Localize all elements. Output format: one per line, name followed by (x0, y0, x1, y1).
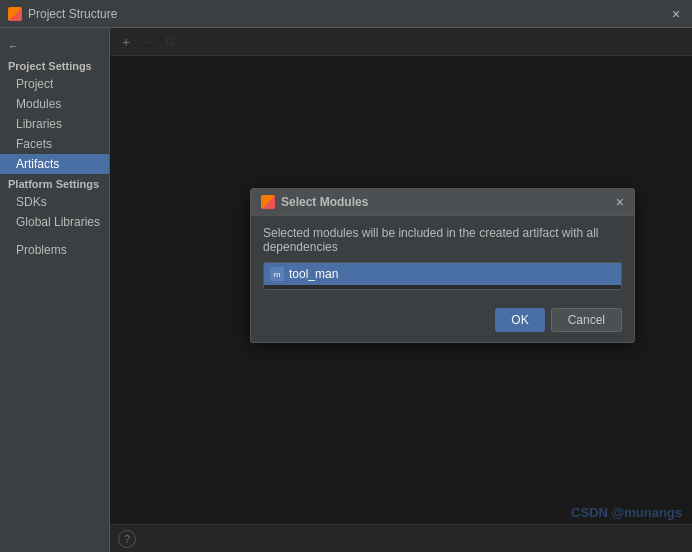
modal-title-bar: Select Modules × (251, 189, 634, 216)
back-arrow-icon: ← (8, 40, 19, 52)
cancel-button[interactable]: Cancel (551, 308, 622, 332)
app-icon (8, 7, 22, 21)
modal-overlay: Select Modules × Selected modules will b… (110, 28, 692, 552)
sidebar-item-problems[interactable]: Problems (0, 240, 109, 260)
modal-footer: OK Cancel (251, 300, 634, 342)
project-settings-label: Project Settings (0, 56, 109, 74)
modal-body: Selected modules will be included in the… (251, 216, 634, 300)
modal-app-icon (261, 195, 275, 209)
select-modules-dialog: Select Modules × Selected modules will b… (250, 188, 635, 343)
sidebar-item-libraries[interactable]: Libraries (0, 114, 109, 134)
modal-title: Select Modules (281, 195, 368, 209)
sidebar-item-global-libraries[interactable]: Global Libraries (0, 212, 109, 232)
title-bar-title: Project Structure (28, 7, 117, 21)
sidebar: ← Project Settings Project Modules Libra… (0, 28, 110, 552)
modal-title-left: Select Modules (261, 195, 368, 209)
sidebar-item-modules[interactable]: Modules (0, 94, 109, 114)
title-bar-left: Project Structure (8, 7, 117, 21)
main-layout: ← Project Settings Project Modules Libra… (0, 28, 692, 552)
module-icon: m (270, 267, 284, 281)
module-item[interactable]: m tool_man (264, 263, 621, 285)
sidebar-item-project[interactable]: Project (0, 74, 109, 94)
sidebar-item-artifacts[interactable]: Artifacts (0, 154, 109, 174)
platform-settings-label: Platform Settings (0, 174, 109, 192)
modal-close-button[interactable]: × (616, 195, 624, 209)
content-area: + − ⧉ Nothing to show ? CSDN @munangs Se… (110, 28, 692, 552)
ok-button[interactable]: OK (495, 308, 544, 332)
module-item-name: tool_man (289, 267, 338, 281)
sidebar-item-sdks[interactable]: SDKs (0, 192, 109, 212)
back-button[interactable]: ← (0, 36, 109, 56)
modal-description: Selected modules will be included in the… (263, 226, 622, 254)
sidebar-item-facets[interactable]: Facets (0, 134, 109, 154)
title-bar: Project Structure × (0, 0, 692, 28)
module-list: m tool_man (263, 262, 622, 290)
window-close-button[interactable]: × (668, 6, 684, 22)
